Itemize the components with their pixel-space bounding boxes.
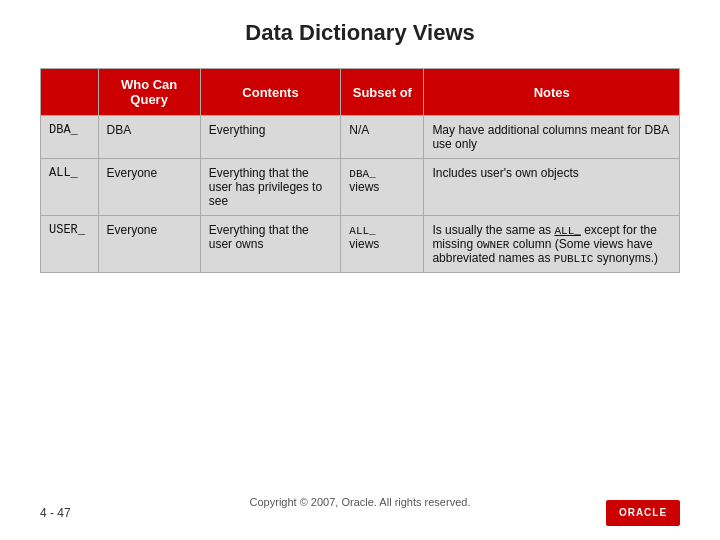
header-notes: Notes [424, 69, 680, 116]
all-ref: ALL_ [554, 225, 580, 237]
table-row: USER_ Everyone Everything that the user … [41, 216, 680, 273]
oracle-logo-box: ORACLE [606, 500, 680, 526]
cell-all-contents: Everything that the user has privileges … [200, 159, 341, 216]
cell-all-who: Everyone [98, 159, 200, 216]
cell-all-subset: DBA_ views [341, 159, 424, 216]
cell-dba-contents: Everything [200, 116, 341, 159]
cell-user-subset-text: ALL_ [349, 225, 375, 237]
footer: 4 - 47 Copyright © 2007, Oracle. All rig… [0, 500, 720, 526]
page-title: Data Dictionary Views [40, 20, 680, 46]
data-dictionary-table: Who Can Query Contents Subset of Notes D… [40, 68, 680, 273]
page-number: 4 - 47 [40, 506, 71, 520]
oracle-logo: ORACLE [606, 500, 680, 526]
row-label-dba: DBA_ [41, 116, 99, 159]
public-ref: PUBLIC [554, 253, 594, 265]
cell-user-notes: Is usually the same as ALL_ except for t… [424, 216, 680, 273]
header-who-can-query: Who Can Query [98, 69, 200, 116]
header-subset-of: Subset of [341, 69, 424, 116]
row-label-all: ALL_ [41, 159, 99, 216]
cell-dba-who: DBA [98, 116, 200, 159]
cell-dba-subset: N/A [341, 116, 424, 159]
cell-user-contents: Everything that the user owns [200, 216, 341, 273]
cell-user-subset-views: views [349, 237, 379, 251]
copyright-text: Copyright © 2007, Oracle. All rights res… [250, 496, 471, 508]
cell-user-subset: ALL_ views [341, 216, 424, 273]
cell-user-who: Everyone [98, 216, 200, 273]
row-label-user: USER_ [41, 216, 99, 273]
page: Data Dictionary Views Who Can Query Cont… [0, 0, 720, 540]
svg-text:ORACLE: ORACLE [619, 507, 667, 518]
cell-all-subset-views: views [349, 180, 379, 194]
cell-all-subset-text: DBA_ [349, 168, 375, 180]
cell-all-notes: Includes user's own objects [424, 159, 680, 216]
table-row: ALL_ Everyone Everything that the user h… [41, 159, 680, 216]
header-empty [41, 69, 99, 116]
table-row: DBA_ DBA Everything N/A May have additio… [41, 116, 680, 159]
oracle-logo-svg: ORACLE [613, 503, 673, 521]
header-contents: Contents [200, 69, 341, 116]
owner-ref: OWNER [476, 239, 509, 251]
cell-dba-notes: May have additional columns meant for DB… [424, 116, 680, 159]
